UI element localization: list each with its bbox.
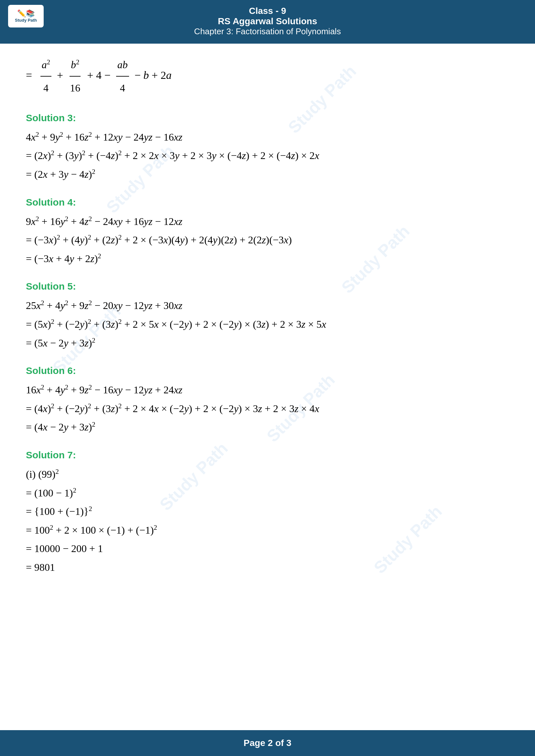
content-area: Study Path Study Path Study Path Study P…: [0, 44, 535, 615]
solution-3-block: Solution 3: 4x2 + 9y2 + 16z2 + 12xy − 24…: [26, 113, 509, 184]
logo-text: Study Path: [15, 18, 37, 23]
footer: Page 2 of 3: [0, 730, 535, 756]
solution-5-line2: = (5x)2 + (−2y)2 + (3z)2 + 2 × 5x × (−2y…: [26, 315, 509, 334]
solution-5-line1: 25x2 + 4y2 + 9z2 − 20xy − 12yz + 30xz: [26, 296, 509, 315]
top-expression: = a2 4 + b2 16 + 4 −: [26, 53, 509, 99]
solution-3-line3: = (2x + 3y − 4z)2: [26, 165, 509, 184]
solution-4-block: Solution 4: 9x2 + 16y2 + 4z2 − 24xy + 16…: [26, 197, 509, 268]
top-expr-equals: =: [26, 69, 38, 81]
solution-7-line5: = 10000 − 200 + 1: [26, 539, 509, 558]
logo-area: ✏️📚 Study Path: [7, 3, 45, 29]
solution-5-line3: = (5x − 2y + 3z)2: [26, 334, 509, 353]
solution-6-block: Solution 6: 16x2 + 4y2 + 9z2 − 16xy − 12…: [26, 365, 509, 437]
solution-3-title: Solution 3:: [26, 113, 509, 123]
header: ✏️📚 Study Path Class - 9 RS Aggarwal Sol…: [0, 0, 535, 44]
solution-7-line1: (i) (99)2: [26, 465, 509, 484]
content-inner: = a2 4 + b2 16 + 4 −: [26, 53, 509, 577]
top-expr-plus1: +: [54, 69, 66, 81]
solution-4-line3: = (−3x + 4y + 2z)2: [26, 250, 509, 268]
logo-box: ✏️📚 Study Path: [8, 5, 44, 27]
solution-6-line3: = (4x − 2y + 3z)2: [26, 418, 509, 437]
solution-7-line2: = (100 − 1)2: [26, 484, 509, 502]
header-chapter: Chapter 3: Factorisation of Polynomials: [7, 26, 528, 37]
solution-6-line2: = (4x)2 + (−2y)2 + (3z)2 + 2 × 4x × (−2y…: [26, 399, 509, 418]
solution-7-line3: = {100 + (−1)}2: [26, 502, 509, 521]
top-expr-frac1: a2 4: [41, 69, 54, 81]
page-number: Page 2 of 3: [243, 738, 292, 748]
top-expr-plus2: + 4 −: [84, 69, 113, 81]
top-expr-rest: − b + 2a: [132, 69, 171, 81]
solution-3-line1: 4x2 + 9y2 + 16z2 + 12xy − 24yz − 16xz: [26, 128, 509, 147]
solution-4-line1: 9x2 + 16y2 + 4z2 − 24xy + 16yz − 12xz: [26, 212, 509, 231]
page: ✏️📚 Study Path Class - 9 RS Aggarwal Sol…: [0, 0, 535, 756]
solution-7-line4: = 1002 + 2 × 100 × (−1) + (−1)2: [26, 521, 509, 540]
solution-7-title: Solution 7:: [26, 449, 509, 461]
solution-3-line2: = (2x)2 + (3y)2 + (−4z)2 + 2 × 2x × 3y +…: [26, 147, 509, 165]
solution-6-line1: 16x2 + 4y2 + 9z2 − 16xy − 12yz + 24xz: [26, 381, 509, 399]
header-book: RS Aggarwal Solutions: [7, 16, 528, 26]
solution-4-title: Solution 4:: [26, 197, 509, 208]
top-expr-frac2: b2 16: [69, 69, 84, 81]
header-class: Class - 9: [7, 6, 528, 16]
solution-4-line2: = (−3x)2 + (4y)2 + (2z)2 + 2 × (−3x)(4y)…: [26, 231, 509, 250]
top-expr-frac3: ab 4: [116, 69, 132, 81]
logo-icon: ✏️📚: [17, 9, 35, 18]
solution-5-block: Solution 5: 25x2 + 4y2 + 9z2 − 20xy − 12…: [26, 281, 509, 352]
solution-6-title: Solution 6:: [26, 365, 509, 376]
solution-7-block: Solution 7: (i) (99)2 = (100 − 1)2 = {10…: [26, 449, 509, 577]
solution-5-title: Solution 5:: [26, 281, 509, 292]
solution-7-line6: = 9801: [26, 558, 509, 577]
